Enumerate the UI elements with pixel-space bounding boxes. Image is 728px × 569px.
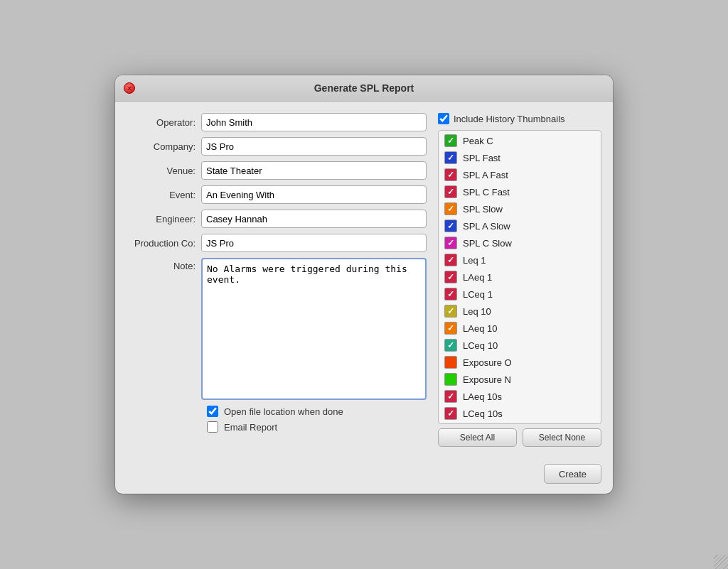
list-item[interactable]: ✓LAeq 10	[439, 320, 601, 337]
company-label: Company:	[127, 141, 201, 152]
list-item-label-9: LCeq 1	[463, 289, 493, 300]
titlebar: ✕ Generate SPL Report	[115, 75, 613, 102]
list-item-checkbox-0[interactable]: ✓	[444, 134, 457, 147]
production-row: Production Co:	[127, 234, 427, 252]
list-item-label-15: LAeq 10s	[463, 391, 502, 402]
operator-input[interactable]	[201, 113, 427, 131]
list-item-label-7: Leq 1	[463, 255, 486, 266]
email-checkbox[interactable]	[207, 421, 218, 433]
list-item-checkbox-11[interactable]: ✓	[444, 322, 457, 335]
list-item-checkbox-15[interactable]: ✓	[444, 390, 457, 403]
event-row: Event:	[127, 185, 427, 204]
list-item-checkbox-4[interactable]: ✓	[444, 202, 457, 215]
list-item[interactable]: ✓LCeq 1	[439, 286, 601, 303]
window-title: Generate SPL Report	[314, 82, 414, 94]
right-panel: Include History Thumbnails ✓Peak C✓SPL F…	[438, 113, 601, 447]
email-row: Email Report	[207, 421, 427, 433]
list-item-checkbox-9[interactable]: ✓	[444, 288, 457, 300]
list-item-label-11: LAeq 10	[463, 323, 497, 334]
list-item[interactable]: ✓SPL A Fast	[439, 166, 601, 183]
history-header: Include History Thumbnails	[438, 113, 601, 124]
list-item-checkbox-7[interactable]: ✓	[444, 254, 457, 266]
operator-row: Operator:	[127, 113, 427, 131]
close-button[interactable]: ✕	[124, 82, 135, 94]
list-buttons: Select All Select None	[438, 428, 601, 447]
create-button[interactable]: Create	[544, 464, 601, 484]
main-window: ✕ Generate SPL Report Operator: Company:…	[115, 75, 613, 494]
list-item-checkbox-2[interactable]: ✓	[444, 168, 457, 181]
list-item[interactable]: ✓SPL A Slow	[439, 217, 601, 234]
list-item-label-14: Exposure N	[463, 374, 511, 385]
open-file-label: Open file location when done	[224, 406, 343, 417]
list-item-checkbox-13[interactable]	[444, 356, 457, 369]
engineer-label: Engineer:	[127, 214, 201, 224]
production-input[interactable]	[201, 234, 427, 252]
operator-label: Operator:	[127, 117, 201, 128]
list-item[interactable]: ✓LCeq 10s	[439, 405, 601, 422]
list-item-checkbox-12[interactable]: ✓	[444, 339, 457, 352]
list-item-label-0: Peak C	[463, 136, 493, 146]
list-item-label-12: LCeq 10	[463, 340, 498, 351]
history-thumbnails-checkbox[interactable]	[438, 113, 449, 124]
list-item-label-10: Leq 10	[463, 306, 491, 317]
left-panel: Operator: Company: Venue: Event: Enginee…	[127, 113, 427, 447]
history-thumbnails-label: Include History Thumbnails	[454, 114, 565, 124]
list-item[interactable]: ✓SPL C Fast	[439, 183, 601, 200]
company-input[interactable]	[201, 137, 427, 156]
venue-row: Venue:	[127, 161, 427, 180]
venue-input[interactable]	[201, 161, 427, 180]
venue-label: Venue:	[127, 166, 201, 176]
list-item[interactable]: Exposure O	[439, 354, 601, 371]
list-item-label-2: SPL A Fast	[463, 170, 508, 180]
engineer-row: Engineer:	[127, 210, 427, 228]
list-item[interactable]: ✓SPL Fast	[439, 149, 601, 166]
list-item-checkbox-1[interactable]: ✓	[444, 151, 457, 164]
list-item-label-16: LCeq 10s	[463, 408, 503, 419]
list-item[interactable]: ✓SPL Slow	[439, 200, 601, 217]
list-item-checkbox-5[interactable]: ✓	[444, 220, 457, 232]
select-none-button[interactable]: Select None	[523, 428, 601, 447]
note-row: Note:	[127, 258, 427, 400]
content-area: Operator: Company: Venue: Event: Enginee…	[115, 102, 613, 458]
list-item[interactable]: ✓LAeq 10s	[439, 388, 601, 405]
list-item[interactable]: ✓SPL C Slow	[439, 234, 601, 251]
company-row: Company:	[127, 137, 427, 156]
list-item-checkbox-3[interactable]: ✓	[444, 185, 457, 198]
footer: Create	[115, 458, 613, 494]
items-list-scroll[interactable]: ✓Peak C✓SPL Fast✓SPL A Fast✓SPL C Fast✓S…	[439, 131, 601, 423]
production-label: Production Co:	[127, 238, 201, 249]
email-label: Email Report	[224, 422, 277, 433]
event-label: Event:	[127, 190, 201, 200]
list-item[interactable]: ✓Leq 1	[439, 251, 601, 269]
list-item[interactable]: ✓LCeq 10	[439, 337, 601, 354]
select-all-button[interactable]: Select All	[438, 428, 517, 447]
event-input[interactable]	[201, 185, 427, 204]
list-item-label-5: SPL A Slow	[463, 221, 510, 232]
list-item-checkbox-16[interactable]: ✓	[444, 407, 457, 420]
list-item[interactable]: ✓Leq 10	[439, 303, 601, 320]
note-label: Note:	[127, 258, 201, 271]
list-item-checkbox-14[interactable]	[444, 373, 457, 386]
list-item-label-13: Exposure O	[463, 357, 512, 368]
open-file-checkbox[interactable]	[207, 406, 218, 417]
list-item-label-4: SPL Slow	[463, 204, 503, 215]
list-item[interactable]: ✓LAeq 1	[439, 269, 601, 286]
engineer-input[interactable]	[201, 210, 427, 228]
list-item[interactable]: Exposure N	[439, 371, 601, 388]
open-file-row: Open file location when done	[207, 406, 427, 417]
list-item-label-8: LAeq 1	[463, 272, 492, 283]
list-item-checkbox-6[interactable]: ✓	[444, 237, 457, 249]
list-item-label-3: SPL C Fast	[463, 187, 510, 197]
items-list-container: ✓Peak C✓SPL Fast✓SPL A Fast✓SPL C Fast✓S…	[438, 130, 601, 424]
list-item-label-6: SPL C Slow	[463, 238, 512, 249]
note-textarea[interactable]	[201, 258, 427, 400]
list-item-checkbox-8[interactable]: ✓	[444, 271, 457, 283]
list-item-checkbox-10[interactable]: ✓	[444, 305, 457, 318]
list-item-label-1: SPL Fast	[463, 153, 500, 163]
list-item[interactable]: ✓Peak C	[439, 132, 601, 149]
